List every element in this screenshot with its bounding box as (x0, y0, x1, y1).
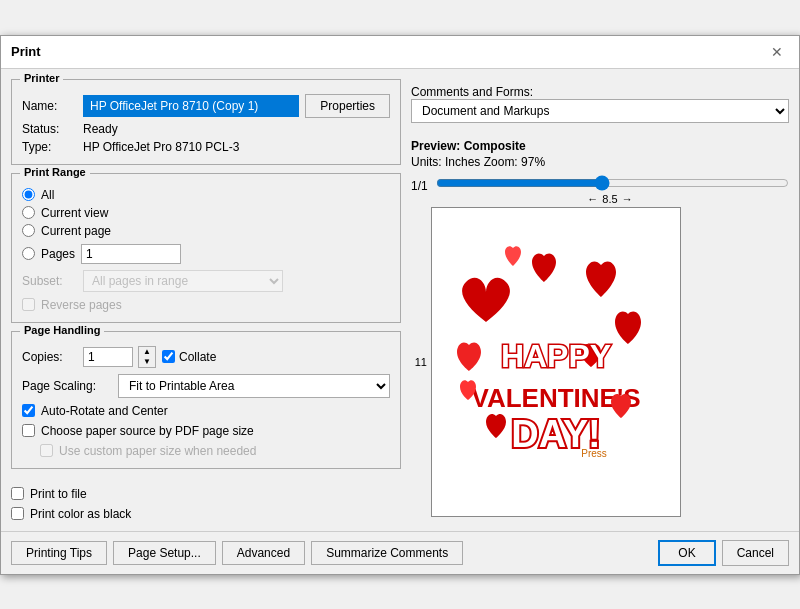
status-label: Status: (22, 122, 77, 136)
radio-all-label[interactable]: All (41, 188, 54, 202)
pages-row: Pages (22, 244, 390, 264)
printer-group: Printer Name: HP OfficeJet Pro 8710 (Cop… (11, 79, 401, 165)
choose-paper-row: Choose paper source by PDF page size (22, 424, 390, 438)
radio-group: All Current view Current page Pages (22, 188, 390, 264)
radio-pages-label[interactable]: Pages (41, 247, 75, 261)
print-color-checkbox[interactable] (11, 507, 24, 520)
ok-button[interactable]: OK (658, 540, 715, 566)
title-bar: Print ✕ (1, 36, 799, 69)
preview-content: 11 (411, 207, 789, 517)
page-handling-title: Page Handling (20, 324, 104, 336)
print-dialog: Print ✕ Printer Name: HP OfficeJet Pro 8… (0, 35, 800, 575)
summarize-comments-button[interactable]: Summarize Comments (311, 541, 463, 565)
svg-text:HAPPY: HAPPY (501, 338, 611, 374)
width-label: 8.5 (602, 193, 617, 205)
choose-paper-checkbox[interactable] (22, 424, 35, 437)
type-value: HP OfficeJet Pro 8710 PCL-3 (83, 140, 239, 154)
copies-label: Copies: (22, 350, 77, 364)
print-to-file-row: Print to file (11, 487, 401, 501)
footer-right: OK Cancel (658, 540, 789, 566)
page-handling-group: Page Handling Copies: ▲ ▼ Collate (11, 331, 401, 469)
reverse-checkbox[interactable] (22, 298, 35, 311)
radio-all-row: All (22, 188, 390, 202)
type-label: Type: (22, 140, 77, 154)
subset-row: Subset: All pages in range (22, 270, 390, 292)
comments-select[interactable]: Document and Markups Document Form Field… (411, 99, 789, 123)
properties-button[interactable]: Properties (305, 94, 390, 118)
page-counter: 1/1 (411, 179, 428, 193)
print-range-title: Print Range (20, 166, 90, 178)
footer: Printing Tips Page Setup... Advanced Sum… (1, 531, 799, 574)
print-range-group: Print Range All Current view (11, 173, 401, 323)
pages-input[interactable] (81, 244, 181, 264)
radio-current-view-row: Current view (22, 206, 390, 220)
custom-paper-row: Use custom paper size when needed (22, 444, 390, 458)
auto-rotate-label[interactable]: Auto-Rotate and Center (41, 404, 168, 418)
printer-name-select[interactable]: HP OfficeJet Pro 8710 (Copy 1) (83, 95, 299, 117)
radio-current-view-label[interactable]: Current view (41, 206, 108, 220)
radio-current-view[interactable] (22, 206, 35, 219)
height-label: 11 (415, 356, 427, 368)
radio-current-page-row: Current page (22, 224, 390, 238)
ruler-vertical: 11 (411, 207, 431, 517)
print-to-file-label[interactable]: Print to file (30, 487, 87, 501)
right-panel: Comments and Forms: Document and Markups… (411, 79, 789, 521)
radio-current-page[interactable] (22, 224, 35, 237)
name-label: Name: (22, 99, 77, 113)
close-button[interactable]: ✕ (765, 42, 789, 62)
status-value: Ready (83, 122, 118, 136)
scaling-row: Page Scaling: Fit to Printable Area None… (22, 374, 390, 398)
copies-input[interactable] (83, 347, 133, 367)
reverse-row: Reverse pages (22, 298, 390, 312)
dialog-title: Print (11, 44, 41, 59)
printer-group-title: Printer (20, 72, 63, 84)
ruler-horizontal: ← 8.5 → (411, 193, 789, 205)
custom-paper-checkbox[interactable] (40, 444, 53, 457)
copies-down[interactable]: ▼ (139, 357, 155, 367)
comments-section: Comments and Forms: Document and Markups… (411, 79, 789, 123)
comments-label: Comments and Forms: (411, 85, 533, 99)
comments-form-group: Comments and Forms: Document and Markups… (411, 85, 789, 123)
subset-select[interactable]: All pages in range (83, 270, 283, 292)
preview-section: Preview: Composite Units: Inches Zoom: 9… (411, 139, 789, 517)
print-color-row: Print color as black (11, 507, 401, 521)
page-setup-button[interactable]: Page Setup... (113, 541, 216, 565)
valentine-svg: HAPPY VALENTINE'S DAY! Press (446, 222, 666, 502)
bottom-checkboxes: Print to file Print color as black (11, 481, 401, 521)
preview-units: Units: Inches Zoom: 97% (411, 155, 789, 169)
ruler-arrow-left: ← (587, 193, 598, 205)
copies-up[interactable]: ▲ (139, 347, 155, 357)
printing-tips-button[interactable]: Printing Tips (11, 541, 107, 565)
custom-paper-label: Use custom paper size when needed (59, 444, 256, 458)
auto-rotate-row: Auto-Rotate and Center (22, 404, 390, 418)
dialog-body: Printer Name: HP OfficeJet Pro 8710 (Cop… (1, 69, 799, 531)
radio-all[interactable] (22, 188, 35, 201)
scaling-select[interactable]: Fit to Printable Area None Fit to Paper … (118, 374, 390, 398)
printer-type-row: Type: HP OfficeJet Pro 8710 PCL-3 (22, 140, 390, 154)
copies-spinner: ▲ ▼ (138, 346, 156, 368)
svg-text:Press: Press (581, 448, 607, 459)
advanced-button[interactable]: Advanced (222, 541, 305, 565)
preview-title: Preview: Composite (411, 139, 789, 153)
reverse-label: Reverse pages (41, 298, 122, 312)
auto-rotate-checkbox[interactable] (22, 404, 35, 417)
collate-label[interactable]: Collate (179, 350, 216, 364)
zoom-slider[interactable] (436, 175, 789, 191)
page-counter-row: 1/1 (411, 173, 789, 193)
print-color-label[interactable]: Print color as black (30, 507, 131, 521)
printer-name-row: Name: HP OfficeJet Pro 8710 (Copy 1) Pro… (22, 94, 390, 118)
footer-left: Printing Tips Page Setup... Advanced Sum… (11, 541, 463, 565)
ruler-arrow-right: → (622, 193, 633, 205)
radio-current-page-label[interactable]: Current page (41, 224, 111, 238)
print-to-file-checkbox[interactable] (11, 487, 24, 500)
scaling-label: Page Scaling: (22, 379, 112, 393)
choose-paper-label[interactable]: Choose paper source by PDF page size (41, 424, 254, 438)
copies-row: Copies: ▲ ▼ Collate (22, 346, 390, 368)
left-panel: Printer Name: HP OfficeJet Pro 8710 (Cop… (11, 79, 401, 521)
collate-checkbox[interactable] (162, 350, 175, 363)
subset-label: Subset: (22, 274, 77, 288)
collate-check: Collate (162, 350, 216, 364)
printer-status-row: Status: Ready (22, 122, 390, 136)
radio-pages[interactable] (22, 247, 35, 260)
cancel-button[interactable]: Cancel (722, 540, 789, 566)
